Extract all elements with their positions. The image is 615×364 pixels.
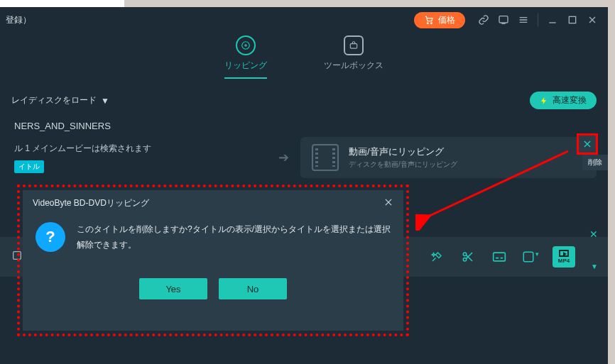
svg-point-5 (245, 45, 246, 46)
svg-rect-2 (499, 16, 508, 23)
app-window: 登録） 価格 リッピング ツールボックス レイディスクを (0, 7, 608, 364)
second-bar: レイディスクをロード ▼ 高速変換 (0, 84, 608, 116)
tab-toolbox[interactable]: ツールボックス (324, 35, 383, 79)
price-label: 価格 (438, 14, 455, 26)
question-icon: ? (36, 222, 65, 252)
rip-target-card[interactable]: 動画/音声にリッピング ディスクを動画/音声にリッピング ▼ (300, 137, 597, 178)
content-area: NERS_AND_SINNERS ル 1 メインムービーは検索されます イトル … (0, 116, 608, 182)
output-format-label: MP4 (558, 258, 570, 264)
menu-icon[interactable] (513, 10, 533, 30)
svg-point-1 (431, 23, 432, 24)
arrow-right-icon: ➔ (278, 150, 289, 165)
svg-rect-11 (494, 253, 506, 261)
svg-rect-12 (523, 252, 533, 262)
chevron-down-icon: ▼ (101, 96, 109, 106)
svg-point-0 (427, 23, 428, 24)
film-icon (312, 144, 339, 171)
maximize-button[interactable] (562, 10, 582, 30)
lightning-icon (540, 96, 548, 106)
tab-ripping[interactable]: リッピング (224, 35, 267, 79)
svg-point-4 (242, 42, 250, 50)
close-window-button[interactable] (582, 10, 602, 30)
main-tabs: リッピング ツールボックス (0, 35, 608, 79)
disc-icon (236, 35, 256, 55)
item-expand-icon[interactable]: ▼ (591, 263, 598, 270)
load-disc-dropdown[interactable]: レイディスクをロード ▼ (11, 94, 109, 106)
delete-tooltip: 削除 (582, 155, 608, 170)
tab-ripping-label: リッピング (224, 60, 267, 72)
info-icon[interactable]: ▾ (521, 250, 540, 263)
effects-icon[interactable] (428, 250, 446, 263)
rip-target-sub: ディスクを動画/音声にリッピング (349, 160, 457, 170)
cut-icon[interactable] (459, 250, 477, 263)
no-button[interactable]: No (219, 278, 287, 299)
movie-status-text: ル 1 メインムービーは検索されます (14, 143, 267, 155)
title-tag[interactable]: イトル (14, 160, 44, 173)
toolbox-icon (344, 35, 364, 55)
fast-convert-label: 高速変換 (553, 94, 587, 106)
item-close-icon[interactable]: ✕ (589, 228, 598, 240)
remove-title-button[interactable] (577, 133, 598, 155)
svg-rect-8 (13, 252, 21, 260)
link-icon[interactable] (474, 10, 494, 30)
checkbox-placeholder[interactable] (11, 250, 23, 264)
subtitle-icon[interactable] (490, 251, 508, 263)
titlebar: 登録） 価格 (0, 7, 608, 33)
rip-target-title: 動画/音声にリッピング (349, 145, 457, 158)
svg-rect-6 (350, 44, 357, 48)
load-disc-label: レイディスクをロード (11, 94, 97, 106)
minimize-button[interactable] (543, 10, 562, 30)
fast-convert-button[interactable]: 高速変換 (530, 92, 597, 109)
dialog-close-button[interactable] (383, 197, 393, 209)
dialog-title: VideoByte BD-DVDリッピング (33, 197, 149, 209)
price-button[interactable]: 価格 (414, 12, 465, 28)
registration-label: 登録） (6, 14, 31, 26)
output-format-button[interactable]: MP4 (553, 246, 575, 268)
feedback-icon[interactable] (494, 10, 513, 30)
confirm-dialog: VideoByte BD-DVDリッピング ? このタイトルを削除しますか?タイ… (23, 190, 403, 331)
tab-toolbox-label: ツールボックス (324, 60, 383, 72)
yes-button[interactable]: Yes (139, 278, 207, 299)
disc-title-text: NERS_AND_SINNERS (11, 121, 597, 131)
dialog-message: このタイトルを削除しますか?タイトルの表示/選択からタイトルを選択または選択解除… (77, 222, 391, 253)
cart-icon (424, 15, 434, 25)
svg-rect-3 (569, 16, 575, 23)
